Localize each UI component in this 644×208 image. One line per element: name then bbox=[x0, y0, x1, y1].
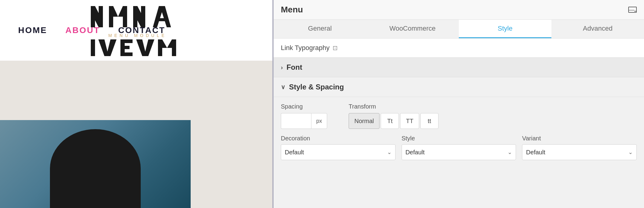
logo: MENU MODULE bbox=[88, 3, 185, 58]
spacing-transform-row: px Normal Tt TT bbox=[281, 113, 637, 129]
decoration-group: Decoration Default ⌄ bbox=[281, 135, 396, 160]
silhouette bbox=[50, 129, 141, 208]
svg-marker-14 bbox=[98, 39, 117, 56]
style-dropdown[interactable]: Default ⌄ bbox=[402, 144, 516, 160]
font-label: Font bbox=[287, 63, 302, 72]
tab-general[interactable]: General bbox=[274, 20, 366, 38]
transform-uppercase-button[interactable]: TT bbox=[400, 113, 419, 129]
panel-title: Menu bbox=[281, 5, 303, 15]
transform-lowercase-button[interactable]: tt bbox=[420, 113, 439, 129]
settings-panel: Menu — General WooCommerce Style Advance… bbox=[272, 0, 644, 208]
panel-header: Menu — bbox=[274, 0, 644, 20]
svg-rect-13 bbox=[91, 39, 95, 56]
transform-normal-button[interactable]: Normal bbox=[349, 113, 380, 129]
decoration-arrow-icon: ⌄ bbox=[387, 149, 392, 156]
tab-style[interactable]: Style bbox=[459, 20, 551, 38]
svg-rect-23 bbox=[172, 39, 176, 56]
nav-link-home[interactable]: HOME bbox=[18, 25, 47, 35]
variant-group: Variant Default ⌄ bbox=[522, 135, 637, 160]
style-group: Style Default ⌄ bbox=[402, 135, 516, 160]
decoration-style-variant-row: Decoration Default ⌄ Style Default ⌄ bbox=[281, 135, 637, 160]
svg-marker-10 bbox=[153, 6, 171, 27]
variant-arrow-icon: ⌄ bbox=[628, 149, 633, 156]
tab-bar: General WooCommerce Style Advanced bbox=[274, 20, 644, 39]
image-section bbox=[0, 120, 191, 208]
minimize-icon: — bbox=[629, 7, 634, 12]
style-spacing-label: Style & Spacing bbox=[289, 83, 344, 91]
svg-rect-11 bbox=[156, 18, 165, 21]
link-typography-row: Link Typography ⊡ bbox=[274, 39, 644, 58]
spacing-input-group: px bbox=[281, 113, 341, 129]
svg-rect-16 bbox=[120, 39, 133, 43]
transform-buttons-group: Normal Tt TT tt bbox=[349, 113, 637, 129]
svg-rect-17 bbox=[120, 46, 130, 49]
tab-advanced[interactable]: Advanced bbox=[551, 20, 644, 38]
decoration-dropdown[interactable]: Default ⌄ bbox=[281, 144, 396, 160]
transform-titlecase-button[interactable]: Tt bbox=[381, 113, 399, 129]
preview-area: HOME ABOUT CONTACT bbox=[0, 0, 272, 208]
below-nav-area bbox=[0, 61, 272, 208]
font-section-toggle[interactable]: › Font bbox=[274, 58, 644, 77]
style-arrow-icon: ⌄ bbox=[508, 149, 512, 156]
spacing-input[interactable] bbox=[281, 113, 311, 129]
monitor-icon: ⊡ bbox=[333, 44, 338, 52]
svg-rect-9 bbox=[141, 6, 145, 27]
panel-content: Link Typography ⊡ › Font ∨ Style & Spaci… bbox=[274, 39, 644, 208]
svg-rect-2 bbox=[99, 6, 103, 27]
style-spacing-toggle[interactable]: ∨ Style & Spacing bbox=[274, 77, 644, 97]
column-labels: Spacing Transform bbox=[281, 103, 637, 110]
unit-button[interactable]: px bbox=[311, 113, 327, 129]
chevron-down-icon: ∨ bbox=[281, 83, 285, 91]
minimize-button[interactable]: — bbox=[628, 7, 637, 13]
decoration-value: Default bbox=[285, 149, 304, 156]
style-spacing-body: Spacing Transform px bbox=[274, 97, 644, 166]
link-typography-label: Link Typography bbox=[281, 44, 330, 52]
nav-bar: HOME ABOUT CONTACT bbox=[0, 0, 272, 61]
variant-value: Default bbox=[526, 149, 545, 156]
style-label: Style bbox=[402, 135, 516, 142]
svg-rect-6 bbox=[123, 6, 127, 27]
spacing-label: Spacing bbox=[281, 103, 303, 110]
transform-buttons: Normal Tt TT tt bbox=[349, 113, 637, 129]
tab-woocommerce[interactable]: WooCommerce bbox=[366, 20, 459, 38]
decoration-label: Decoration bbox=[281, 135, 396, 142]
svg-marker-19 bbox=[136, 39, 154, 56]
svg-rect-18 bbox=[120, 52, 133, 56]
variant-label: Variant bbox=[522, 135, 637, 142]
variant-dropdown[interactable]: Default ⌄ bbox=[522, 144, 637, 160]
chevron-right-icon: › bbox=[281, 64, 283, 71]
style-value: Default bbox=[406, 149, 425, 156]
svg-text:MENU MODULE: MENU MODULE bbox=[108, 33, 167, 38]
style-spacing-section: ∨ Style & Spacing Spacing Transform bbox=[274, 77, 644, 166]
transform-label: Transform bbox=[349, 103, 376, 110]
